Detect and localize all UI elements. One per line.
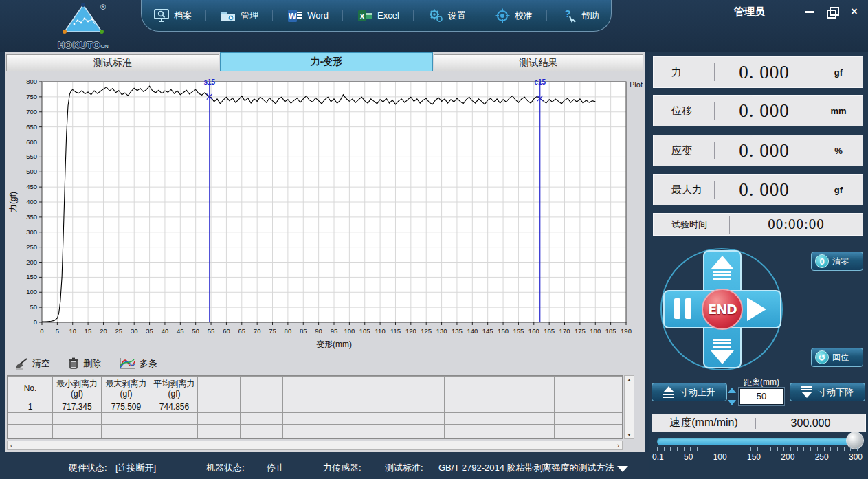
move-down-button[interactable] (703, 330, 742, 368)
menu-item-calibrate[interactable]: 校准 (487, 8, 539, 23)
readout-label: 位移 (654, 104, 714, 118)
table-row[interactable] (8, 436, 623, 440)
clear-curves-button[interactable]: 清空 (14, 357, 50, 370)
table-header-cell: No. (8, 377, 53, 401)
svg-text:70: 70 (254, 327, 261, 335)
title-bar: ® HOKUTOCN 档案 管理 W Word (0, 0, 868, 52)
table-cell (53, 436, 102, 440)
menu-label: Excel (377, 10, 399, 21)
scroll-up-icon[interactable]: ▲ (627, 377, 632, 382)
scroll-left-icon[interactable]: ‹ (10, 442, 12, 449)
readout-value: 0. 000 (715, 179, 814, 201)
hardware-status-label: 硬件状态: (69, 462, 107, 474)
home-button[interactable]: ↺ 回位 (811, 348, 863, 367)
end-stop-button[interactable]: END (702, 289, 743, 330)
svg-text:40: 40 (162, 327, 169, 335)
minimize-icon[interactable] (805, 7, 816, 16)
svg-text:185: 185 (605, 327, 616, 335)
menu-item-archive[interactable]: 档案 (146, 8, 199, 23)
distance-stepper[interactable] (728, 388, 737, 405)
multi-curve-button[interactable]: 多条 (119, 357, 157, 370)
side-panel: 力 0. 000 gf 位移 0. 000 mm 应变 0. 000 % 最大力… (649, 52, 868, 479)
pause-button[interactable] (667, 298, 698, 322)
jog-up-button[interactable]: 寸动上升 (652, 383, 727, 401)
table-row[interactable]: 1717.345775.509744.856 (8, 401, 623, 413)
svg-text:30: 30 (131, 327, 138, 335)
table-header-cell (241, 377, 283, 401)
menu-label: 设置 (448, 10, 466, 22)
table-cell (8, 425, 53, 436)
table-header-cell (198, 377, 241, 401)
readout-value: 0. 000 (715, 100, 814, 122)
tab-test-standard[interactable]: 测试标准 (6, 54, 219, 71)
menu-label: Word (307, 10, 329, 21)
table-vertical-scrollbar[interactable]: ▲▼ (624, 375, 634, 439)
hokuto-logo: ® HOKUTOCN (45, 1, 121, 51)
speed-slider-track[interactable] (657, 438, 858, 445)
svg-text:135: 135 (452, 327, 463, 335)
svg-text:5: 5 (56, 327, 59, 335)
close-icon[interactable]: × (849, 7, 860, 16)
svg-text:25: 25 (115, 327, 123, 335)
table-cell (340, 436, 445, 440)
table-cell (198, 425, 241, 436)
svg-text:180: 180 (590, 327, 601, 335)
delete-row-button[interactable]: 删除 (68, 357, 101, 370)
menu-separator (546, 10, 547, 21)
table-cell: 717.345 (53, 401, 102, 413)
logged-in-user: 管理员 (734, 5, 765, 19)
motion-control-pad: END (658, 246, 790, 374)
tab-force-deformation[interactable]: 力-变形 (220, 52, 433, 71)
logo-triangle-icon: ® (60, 1, 106, 36)
table-cell (151, 436, 198, 440)
svg-text:65: 65 (238, 327, 246, 335)
scroll-down-icon[interactable]: ▼ (627, 432, 632, 437)
svg-text:X: X (359, 12, 365, 20)
menu-item-word[interactable]: W Word (280, 8, 335, 23)
distance-input[interactable]: 50 (739, 388, 784, 405)
move-up-button[interactable] (703, 252, 742, 290)
tab-test-result[interactable]: 测试结果 (434, 54, 643, 71)
svg-text:750: 750 (26, 93, 37, 100)
results-table: No.最小剥离力(gf)最大剥离力(gf)平均剥离力(gf)1717.34577… (8, 376, 623, 439)
svg-text:75: 75 (269, 327, 276, 335)
slider-tick-label: 0.1 (652, 452, 664, 462)
table-row[interactable] (8, 425, 623, 436)
menu-separator (205, 10, 206, 21)
svg-text:650: 650 (26, 123, 37, 131)
svg-text:35: 35 (146, 327, 153, 335)
svg-text:175: 175 (575, 327, 586, 335)
table-header-cell (555, 377, 623, 401)
readout-label: 试验时间 (654, 219, 729, 231)
table-cell (485, 436, 555, 440)
table-cell: 744.856 (151, 401, 198, 413)
speed-slider-labels: 0.150100150200250300 (652, 452, 863, 462)
svg-text:105: 105 (359, 327, 370, 335)
multi-label: 多条 (140, 357, 157, 370)
jog-down-button[interactable]: 寸动下降 (790, 383, 865, 401)
svg-text:Plot: Plot (630, 80, 643, 89)
svg-text:600: 600 (26, 138, 37, 146)
table-row[interactable] (8, 413, 623, 425)
restore-icon[interactable] (827, 7, 838, 16)
clear-label: 清空 (32, 357, 50, 370)
scroll-right-icon[interactable]: › (617, 442, 619, 449)
menu-item-manage[interactable]: 管理 (213, 8, 265, 23)
zero-button[interactable]: 0 清零 (811, 252, 863, 271)
status-bar: 硬件状态: [连接断开] 机器状态: 停止 力传感器: 测试标准: GB/T 2… (0, 452, 649, 479)
svg-text:110: 110 (375, 327, 386, 335)
svg-text:95: 95 (331, 327, 338, 335)
svg-text:55: 55 (208, 327, 215, 335)
stepper-down-icon[interactable] (728, 400, 736, 405)
readout-displacement: 位移 0. 000 mm (653, 95, 863, 126)
svg-text:300: 300 (26, 228, 37, 236)
menu-item-help[interactable]: ? 帮助 (554, 8, 606, 23)
table-header-cell: 最小剥离力(gf) (53, 377, 102, 401)
menu-item-settings[interactable]: 设置 (421, 8, 473, 23)
table-horizontal-scrollbar[interactable]: ‹› (7, 441, 623, 450)
test-standard-dropdown-icon[interactable] (617, 466, 628, 472)
table-cell: 775.509 (102, 401, 151, 413)
menu-item-excel[interactable]: X Excel (350, 8, 406, 23)
stepper-up-icon[interactable] (728, 388, 736, 393)
play-button[interactable] (747, 298, 766, 321)
